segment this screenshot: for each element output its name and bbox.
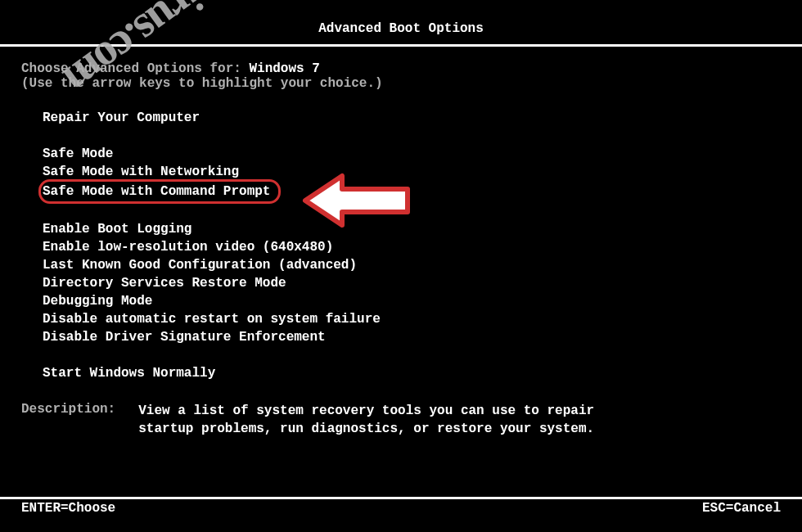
option-repair-computer[interactable]: Repair Your Computer [43, 109, 781, 127]
option-last-known-good[interactable]: Last Known Good Configuration (advanced) [43, 256, 781, 274]
choose-advanced-line: Choose Advanced Options for: Windows 7 [21, 61, 781, 76]
option-safe-mode-networking[interactable]: Safe Mode with Networking [43, 163, 781, 181]
page-title: Advanced Boot Options [0, 0, 802, 43]
option-safe-mode-command-prompt[interactable]: Safe Mode with Command Prompt [38, 179, 281, 204]
option-enable-boot-logging[interactable]: Enable Boot Logging [43, 220, 781, 238]
option-debugging-mode[interactable]: Debugging Mode [43, 292, 781, 310]
option-directory-services-restore[interactable]: Directory Services Restore Mode [43, 274, 781, 292]
option-disable-driver-sig[interactable]: Disable Driver Signature Enforcement [43, 328, 781, 346]
hint-line: (Use the arrow keys to highlight your ch… [21, 76, 781, 91]
footer-enter-hint: ENTER=Choose [21, 501, 115, 516]
os-name: Windows 7 [249, 61, 319, 76]
description-text: View a list of system recovery tools you… [138, 402, 597, 438]
option-safe-mode[interactable]: Safe Mode [43, 145, 781, 163]
footer-esc-hint: ESC=Cancel [702, 501, 781, 516]
footer: ENTER=Choose ESC=Cancel [0, 497, 802, 516]
description-label: Description: [21, 402, 115, 438]
option-start-normally[interactable]: Start Windows Normally [43, 364, 781, 382]
option-low-res-video[interactable]: Enable low-resolution video (640x480) [43, 238, 781, 256]
option-disable-auto-restart[interactable]: Disable automatic restart on system fail… [43, 310, 781, 328]
choose-prefix: Choose Advanced Options for: [21, 61, 249, 76]
